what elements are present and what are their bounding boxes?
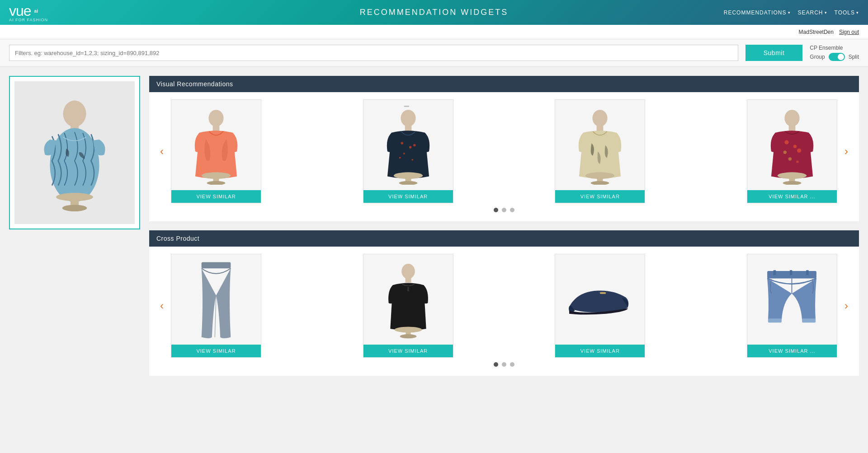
submit-button[interactable]: Submit <box>745 45 803 61</box>
svg-point-46 <box>400 334 416 338</box>
product-card-cp2: VIEW SIMILAR <box>363 254 453 358</box>
svg-point-34 <box>788 157 792 160</box>
view-similar-cp4[interactable]: VIEW SIMILAR ... <box>747 345 837 357</box>
svg-rect-7 <box>213 125 220 131</box>
chevron-down-icon: ▾ <box>825 10 827 15</box>
view-similar-cp3[interactable]: VIEW SIMILAR <box>555 345 645 357</box>
view-similar-cp2[interactable]: VIEW SIMILAR <box>363 345 453 357</box>
product-image-cp3 <box>555 254 645 345</box>
svg-rect-51 <box>807 270 809 275</box>
right-panel: Visual Recommendations ‹ <box>149 76 859 376</box>
visual-recommendations-header: Visual Recommendations <box>149 76 859 92</box>
svg-rect-24 <box>597 125 604 131</box>
nav-tools[interactable]: TOOLS ▾ <box>835 9 859 16</box>
cross-product-body: ‹ <box>149 247 859 376</box>
svg-point-33 <box>797 148 801 152</box>
nav-recommendations[interactable]: RECOMMENDATIONS ▾ <box>724 9 791 16</box>
logo-vue-text: vue <box>9 3 31 19</box>
sign-out-button[interactable]: Sign out <box>839 29 859 35</box>
main-product-image <box>14 81 135 224</box>
svg-rect-53 <box>802 318 816 322</box>
cross-dot-3[interactable] <box>510 362 514 367</box>
filter-bar: Submit CP Ensemble Group Split <box>0 39 868 67</box>
product-svg-vr3 <box>573 106 627 185</box>
svg-rect-52 <box>768 318 782 322</box>
next-arrow-cross[interactable]: › <box>841 299 852 312</box>
view-similar-vr3[interactable]: VIEW SIMILAR <box>555 190 645 203</box>
product-svg-vr4 <box>765 106 819 185</box>
visual-recommendations-body: ‹ <box>149 92 859 221</box>
view-similar-vr1[interactable]: VIEW SIMILAR <box>171 190 261 203</box>
dot-3[interactable] <box>510 208 514 212</box>
svg-rect-50 <box>790 270 792 275</box>
page-title: RECOMMENDATION WIDGETS <box>360 8 509 17</box>
product-card-vr1: VIEW SIMILAR <box>171 99 261 203</box>
toggle-cp-ensemble-label: CP Ensemble <box>810 45 843 51</box>
prev-arrow-visual[interactable]: ‹ <box>156 145 167 158</box>
svg-rect-49 <box>774 270 776 275</box>
svg-point-6 <box>208 110 223 126</box>
product-image-cp1 <box>171 254 261 345</box>
user-bar: MadStreetDen Sign out <box>0 25 868 39</box>
svg-point-10 <box>207 181 226 184</box>
username: MadStreetDen <box>799 29 834 35</box>
svg-rect-47 <box>600 292 606 294</box>
view-similar-vr4[interactable]: VIEW SIMILAR ... <box>747 190 837 203</box>
svg-point-28 <box>784 110 799 126</box>
product-svg-cp2 <box>381 258 435 341</box>
product-svg-vr2 <box>381 106 435 185</box>
svg-point-14 <box>409 146 411 149</box>
nav-search[interactable]: SEARCH ▾ <box>798 9 827 16</box>
cross-product-grid: VIEW SIMILAR <box>171 254 837 358</box>
chevron-down-icon: ▾ <box>788 10 791 15</box>
main-product-svg <box>29 89 120 216</box>
svg-point-0 <box>63 101 86 127</box>
svg-point-32 <box>783 150 787 154</box>
next-arrow-visual[interactable]: › <box>841 145 852 158</box>
logo-subtitle: AI FOR FASHION <box>9 18 48 22</box>
svg-point-16 <box>413 144 416 146</box>
toggle-row: Group Split <box>810 53 859 61</box>
product-card-cp4: VIEW SIMILAR ... <box>747 254 837 358</box>
toggle-area: CP Ensemble Group Split <box>810 45 859 61</box>
svg-point-2 <box>50 128 99 202</box>
svg-rect-19 <box>404 106 409 107</box>
main-product-panel <box>9 76 140 229</box>
svg-point-27 <box>591 181 609 184</box>
svg-point-15 <box>403 153 405 154</box>
filter-input[interactable] <box>9 45 738 61</box>
product-card-vr4: VIEW SIMILAR ... <box>747 99 837 203</box>
svg-line-40 <box>215 295 216 337</box>
cross-dot-1[interactable] <box>494 362 498 367</box>
visual-recommendations-section: Visual Recommendations ‹ <box>149 76 859 221</box>
view-similar-cp1[interactable]: VIEW SIMILAR <box>171 345 261 357</box>
product-image-cp2 <box>363 254 453 345</box>
product-svg-cp1 <box>189 258 243 341</box>
main-content: Visual Recommendations ‹ <box>0 67 868 385</box>
product-card-cp3: VIEW SIMILAR <box>555 254 645 358</box>
view-similar-vr2[interactable]: VIEW SIMILAR <box>363 190 453 203</box>
svg-rect-29 <box>789 125 796 131</box>
svg-point-23 <box>593 110 608 126</box>
cross-product-header: Cross Product <box>149 230 859 247</box>
product-svg-cp4 <box>759 267 825 332</box>
product-svg-cp3 <box>566 275 634 324</box>
cross-product-section: Cross Product ‹ <box>149 230 859 376</box>
svg-point-11 <box>401 110 415 126</box>
logo: vue ai AI FOR FASHION <box>9 3 48 22</box>
dot-1[interactable] <box>494 208 498 212</box>
cross-dot-2[interactable] <box>502 362 506 367</box>
product-svg-vr1 <box>189 106 243 185</box>
svg-point-38 <box>783 181 802 184</box>
group-toggle[interactable] <box>829 53 845 61</box>
visual-recommendations-carousel: ‹ <box>156 99 852 203</box>
svg-point-5 <box>62 205 87 211</box>
svg-rect-39 <box>202 262 231 268</box>
svg-point-41 <box>401 264 415 279</box>
svg-point-13 <box>401 142 403 145</box>
prev-arrow-cross[interactable]: ‹ <box>156 299 167 312</box>
dot-2[interactable] <box>502 208 506 212</box>
svg-point-30 <box>784 140 788 144</box>
svg-rect-12 <box>405 125 411 131</box>
header: vue ai AI FOR FASHION RECOMMENDATION WID… <box>0 0 868 25</box>
